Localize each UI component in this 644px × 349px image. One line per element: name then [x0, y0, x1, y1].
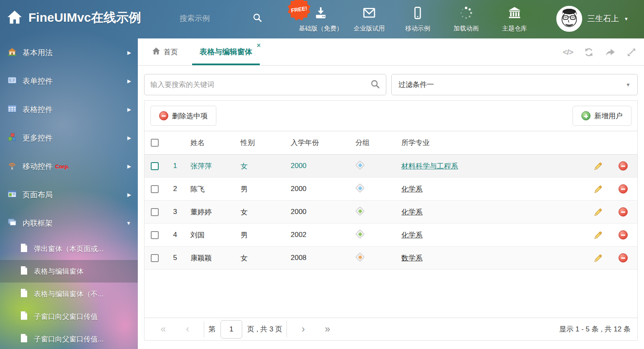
nav-item-theme-repo[interactable]: 主题仓库: [490, 0, 539, 38]
cell-gender: 女: [241, 253, 291, 263]
file-icon: [20, 266, 28, 277]
sidebar-subitem-child-to-parent[interactable]: 子窗口向父窗口传值: [0, 305, 138, 328]
table-row[interactable]: 3 董婷婷 女 2000 化学系: [145, 201, 637, 224]
chevron-down-icon: ▼: [626, 82, 631, 88]
tab-home[interactable]: 首页: [145, 38, 185, 65]
view-source-icon[interactable]: </>: [563, 48, 573, 57]
sidebar-subitem-label: 子窗口向父窗口传值...: [34, 334, 104, 344]
major-link[interactable]: 化学系: [401, 185, 423, 193]
delete-icon[interactable]: [609, 253, 637, 262]
prev-page-button[interactable]: ‹: [175, 324, 200, 335]
chevron-down-icon: ▼: [624, 16, 629, 21]
row-checkbox[interactable]: [151, 231, 159, 239]
refresh-icon[interactable]: [584, 47, 594, 57]
row-number: 1: [165, 162, 180, 170]
frames-icon: [8, 218, 17, 229]
col-gender: 性别: [241, 138, 291, 148]
last-page-button[interactable]: »: [315, 324, 340, 335]
tag-icon: [355, 229, 365, 239]
divider: [204, 321, 204, 337]
cell-gender: 男: [241, 230, 291, 240]
row-number: 3: [165, 208, 180, 216]
brand[interactable]: FineUIMvc在线示例: [7, 9, 141, 26]
first-page-button[interactable]: «: [151, 324, 175, 335]
keyword-search-box[interactable]: [144, 74, 386, 95]
open-in-new-icon[interactable]: [605, 47, 616, 57]
sidebar-item-grid-controls[interactable]: 表格控件 ▶: [0, 95, 138, 124]
sidebar-subitem-popup-window[interactable]: 弹出窗体（本页面或...: [0, 237, 138, 260]
nav-item-enterprise-trial[interactable]: 企业版试用: [345, 0, 393, 38]
plus-icon: [581, 111, 591, 120]
edit-icon[interactable]: [587, 161, 609, 171]
sidebar-subitem-grid-edit-window-2[interactable]: 表格与编辑窗体（不...: [0, 283, 138, 305]
edit-icon[interactable]: [587, 253, 609, 263]
sidebar-subitem-child-to-parent-2[interactable]: 子窗口向父窗口传值...: [0, 328, 138, 349]
nav-item-mobile-demo[interactable]: 移动示例: [393, 0, 442, 38]
file-icon: [20, 311, 28, 322]
add-user-button[interactable]: 新增用户: [573, 106, 631, 126]
delete-icon[interactable]: [609, 184, 637, 194]
page-prefix-label: 第: [208, 324, 216, 334]
sidebar-item-iframe[interactable]: 内联框架 ▼: [0, 209, 138, 237]
next-page-button[interactable]: ›: [291, 324, 315, 335]
sidebar-subitem-label: 表格与编辑窗体（不...: [34, 289, 104, 299]
user-name: 三生石上: [587, 13, 619, 24]
tag-icon: [355, 183, 365, 193]
divider: [287, 321, 287, 337]
table-row[interactable]: 2 陈飞 男 2000 化学系: [145, 178, 637, 201]
table-row[interactable]: 1 张萍萍 女 2000 材料科学与工程系: [145, 155, 637, 178]
major-link[interactable]: 材料科学与工程系: [401, 162, 458, 170]
cell-name: 刘国: [180, 230, 241, 240]
fullscreen-icon[interactable]: [626, 47, 636, 57]
avatar: [556, 6, 582, 32]
tab-grid-edit-window[interactable]: 表格与编辑窗体 ×: [192, 38, 260, 65]
edit-icon[interactable]: [587, 230, 609, 240]
button-label: 新增用户: [594, 111, 623, 121]
major-link[interactable]: 化学系: [401, 231, 423, 239]
user-menu[interactable]: 三生石上 ▼: [556, 6, 629, 32]
keyword-search-input[interactable]: [150, 81, 370, 89]
row-checkbox[interactable]: [151, 185, 159, 193]
header-search[interactable]: [180, 13, 263, 24]
cell-year: 2002: [291, 231, 355, 239]
select-all-checkbox[interactable]: [151, 139, 159, 147]
nav-item-label: 基础版（免费）: [299, 25, 343, 33]
edit-icon[interactable]: [587, 207, 609, 217]
search-icon[interactable]: [370, 79, 380, 91]
corp-badge: Corp.: [55, 163, 69, 170]
cell-year: 2008: [291, 254, 355, 262]
nav-item-loading-animation[interactable]: 加载动画: [442, 0, 490, 38]
table-header-row: 姓名 性别 入学年份 分组 所学专业: [145, 131, 637, 155]
sidebar-item-mobile-controls[interactable]: 移动控件 Corp. ▶: [0, 152, 138, 181]
tag-icon: [355, 206, 365, 216]
major-link[interactable]: 数学系: [401, 254, 423, 262]
row-checkbox[interactable]: [151, 254, 159, 262]
sidebar-item-form-controls[interactable]: 表单控件 ▶: [0, 67, 138, 95]
header-search-input[interactable]: [180, 14, 246, 23]
sidebar-item-page-layout[interactable]: 页面布局 ▶: [0, 181, 138, 209]
col-major: 所学专业: [401, 138, 587, 148]
table-row[interactable]: 5 康颖颖 女 2008 数学系: [145, 247, 637, 270]
sidebar-item-more-controls[interactable]: 更多控件 ▶: [0, 124, 138, 152]
sidebar-item-basic-usage[interactable]: 基本用法 ▶: [0, 38, 138, 67]
filter-dropdown[interactable]: 过滤条件一 ▼: [391, 74, 638, 95]
col-group: 分组: [355, 138, 401, 148]
delete-icon[interactable]: [609, 207, 637, 217]
edit-icon[interactable]: [587, 184, 609, 194]
close-icon[interactable]: ×: [257, 42, 261, 49]
delete-icon[interactable]: [609, 230, 637, 239]
tag-icon: [355, 160, 365, 170]
nav-item-label: 移动示例: [405, 25, 430, 33]
delete-icon[interactable]: [609, 161, 637, 171]
table-empty-area: [145, 270, 637, 318]
row-checkbox[interactable]: [151, 208, 159, 216]
major-link[interactable]: 化学系: [401, 208, 423, 216]
row-checkbox[interactable]: [151, 162, 159, 170]
delete-selected-button[interactable]: 删除选中项: [150, 106, 216, 126]
sidebar-subitem-grid-edit-window[interactable]: 表格与编辑窗体: [0, 260, 138, 283]
table-row[interactable]: 4 刘国 男 2002 化学系: [145, 224, 637, 247]
page-number-input[interactable]: [221, 320, 242, 339]
tag-icon: [355, 252, 365, 262]
search-icon[interactable]: [252, 13, 262, 24]
cell-name: 董婷婷: [180, 207, 241, 217]
